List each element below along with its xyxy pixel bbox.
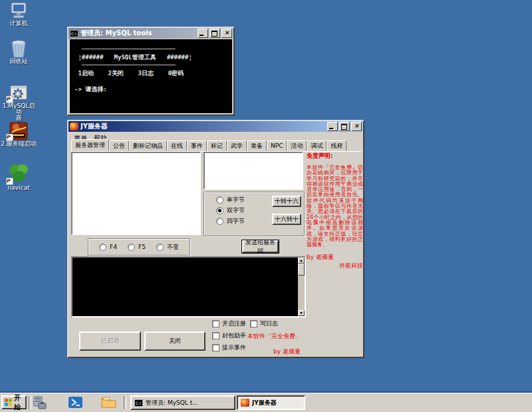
shortcut-arrow-icon xyxy=(6,96,13,103)
checkbox-icon xyxy=(212,332,219,339)
send-to-server-button[interactable]: 发送给服务端 xyxy=(242,240,279,253)
shortcut-arrow-icon xyxy=(6,134,13,141)
desktop-icon-label: 器 xyxy=(1,115,37,121)
powershell-icon xyxy=(68,396,82,410)
cmd-window-title: 管理员: MySQL tools xyxy=(80,29,196,38)
cmd-console[interactable]: ────────────────────────── ¦###### MySQL… xyxy=(70,39,232,113)
tab[interactable]: 事件 xyxy=(187,140,207,151)
jy-title-bar[interactable]: JY服务器 × xyxy=(68,121,363,132)
radio-icon xyxy=(99,244,106,251)
tab[interactable]: 删标记物品 xyxy=(129,140,167,151)
cmd-window: C:\ 管理员: MySQL tools × ─────────────────… xyxy=(67,27,235,116)
desktop: 计算机 回收站 xyxy=(0,0,532,412)
desktop-icon-label: 计算机 xyxy=(1,21,37,27)
radio-option[interactable]: F4 xyxy=(99,243,117,251)
quicklaunch-explorer[interactable] xyxy=(100,395,117,411)
tab[interactable]: 在线 xyxy=(167,140,187,151)
checkbox-event-tip[interactable]: 提示事件 xyxy=(212,344,246,351)
checkbox-packet-helper[interactable]: 封包助手 xyxy=(212,332,246,339)
checkbox-write-log[interactable]: 写日志 xyxy=(250,320,278,327)
free-software-byline: by 老顽童 xyxy=(273,347,301,356)
tab[interactable]: 服务器管理 xyxy=(71,139,109,151)
radio-option[interactable]: 双字节 xyxy=(216,206,245,214)
taskbar: 开始 xyxy=(0,393,532,412)
tab-strip: 服务器管理公告删标记物品在线事件标记武学装备NPC活动调试线程 xyxy=(71,140,360,151)
radio-icon xyxy=(216,196,223,204)
desktop-icon-label: 2.服务端启动 xyxy=(1,141,37,147)
cmd-icon: C:\ xyxy=(134,399,143,407)
tab[interactable]: 公告 xyxy=(109,140,129,151)
disclaimer-title: 免责声明: xyxy=(307,152,363,160)
desktop-icon-mysql-launcher[interactable]: 1.MySQL启动 器 xyxy=(1,84,37,121)
desktop-icon-computer[interactable]: 计算机 xyxy=(1,1,37,27)
tab[interactable]: NPC xyxy=(267,140,287,151)
task-button-cmd[interactable]: C:\ 管理员: MySQL t... xyxy=(130,395,235,410)
fkey-group: F4 F5 不变 xyxy=(88,238,190,256)
scroll-thumb[interactable] xyxy=(298,264,305,276)
maximize-button[interactable] xyxy=(209,29,220,38)
tab[interactable]: 装备 xyxy=(247,140,267,151)
minimize-button[interactable] xyxy=(327,122,338,131)
start-label: 开始 xyxy=(14,393,25,412)
computer-icon xyxy=(7,15,30,21)
jy-server-window: JY服务器 × 菜单帮助 服务器管理公告删标记物品在线事件标记武学装备NPC活动… xyxy=(67,120,364,358)
cmd-title-bar[interactable]: C:\ 管理员: MySQL tools × xyxy=(68,28,233,39)
desktop-icon-label: navicat xyxy=(1,185,37,191)
radio-icon xyxy=(216,207,223,214)
cmd-console-line: ¦###### MySQL管理工具 ######¦ xyxy=(74,53,232,61)
cmd-console-line: ────────────────────────── xyxy=(74,45,232,53)
close-button[interactable]: × xyxy=(221,29,232,38)
radio-icon xyxy=(156,244,164,251)
radio-option[interactable]: 单字节 xyxy=(216,196,245,204)
checkbox-icon xyxy=(212,344,219,351)
hex-to-dec-button[interactable]: 十六转十 xyxy=(272,214,301,225)
log-scrollbar[interactable] xyxy=(298,258,305,316)
radio-option[interactable]: 四字节 xyxy=(216,217,245,225)
desktop-icon-recycle-bin[interactable]: 回收站 xyxy=(1,39,37,65)
cmd-console-line: 1启动 2关闭 3日志 0密码 xyxy=(74,69,232,77)
desktop-icon-server-launcher[interactable]: 2.服务端启动 xyxy=(1,122,37,147)
task-button-jy-server[interactable]: JY服务器 xyxy=(237,395,305,410)
minimize-button[interactable] xyxy=(198,29,208,38)
free-software-label: 本软件「完全免费」 xyxy=(247,332,301,341)
checkbox-icon xyxy=(250,320,257,327)
scroll-down-button[interactable] xyxy=(298,310,305,316)
quicklaunch-server-manager[interactable] xyxy=(31,395,49,411)
tab[interactable]: 武学 xyxy=(227,140,247,151)
disclaimer-company: 外星科技 xyxy=(307,262,363,270)
close-button[interactable]: × xyxy=(351,122,362,131)
jy-window-title: JY服务器 xyxy=(80,122,325,131)
disclaimer-byline: by 老顽童 xyxy=(307,253,363,262)
close-server-button[interactable]: 关闭 xyxy=(144,331,205,351)
windows-logo-icon xyxy=(5,399,12,406)
disclaimer-panel: 免责声明: 本软件『完全免费』切勿花钱购买，仅限用于学习和研究目的；并不得将该软… xyxy=(307,152,363,270)
radio-icon xyxy=(216,218,223,225)
value-text-box[interactable] xyxy=(203,152,303,190)
checkbox-register[interactable]: 开启注册 xyxy=(212,320,246,327)
taskbar-separator xyxy=(124,396,126,409)
log-line: 写入药品上限成功ID28166 xyxy=(74,314,297,317)
player-list-box[interactable] xyxy=(71,152,201,235)
shortcut-arrow-icon xyxy=(6,178,13,185)
tab[interactable]: 标记 xyxy=(207,140,227,151)
dec-to-hex-button[interactable]: 十转十六 xyxy=(272,196,301,207)
jy-app-icon xyxy=(70,122,78,130)
server-log-box: 读入防挂文件成功读入商城文件成功读入事件文件成功读入标记文件成功读入擂台文件成功… xyxy=(71,256,306,317)
tab[interactable]: 调试 xyxy=(307,140,327,151)
desktop-icon-label: 1.MySQL启动 xyxy=(1,103,37,115)
jy-app-icon xyxy=(241,399,249,407)
recycle-bin-icon xyxy=(7,54,30,61)
desktop-icon-navicat[interactable]: navicat xyxy=(1,162,37,191)
radio-option[interactable]: 不变 xyxy=(156,243,179,251)
task-button-label: JY服务器 xyxy=(252,399,277,407)
tab[interactable]: 线程 xyxy=(327,140,346,151)
cmd-icon: C:\ xyxy=(70,30,78,37)
started-button[interactable]: 已启动 xyxy=(79,331,141,351)
quicklaunch-powershell[interactable] xyxy=(66,395,84,411)
scroll-up-button[interactable] xyxy=(298,258,305,264)
tab[interactable]: 活动 xyxy=(287,140,307,151)
disclaimer-body: 本软件『完全免费』切勿花钱购买，仅限用于学习和研究目的；并不得将该软件用于商业或… xyxy=(307,165,363,248)
radio-option[interactable]: F5 xyxy=(128,243,146,251)
start-button[interactable]: 开始 xyxy=(1,395,27,409)
maximize-button[interactable] xyxy=(339,122,350,131)
